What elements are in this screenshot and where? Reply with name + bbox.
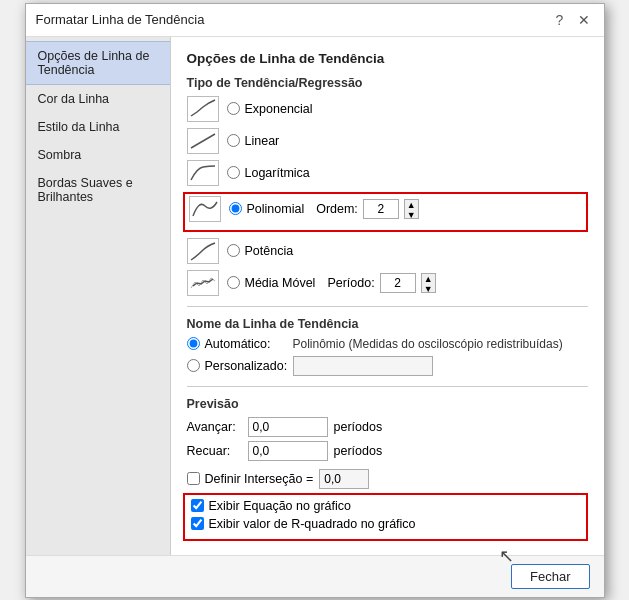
order-down[interactable]: ▼	[405, 210, 418, 220]
trend-icon-logaritmica	[187, 160, 219, 186]
help-button[interactable]: ?	[550, 10, 570, 30]
main-content: Opções de Linha de Tendência Tipo de Ten…	[171, 37, 604, 555]
name-section-title: Nome da Linha de Tendência	[187, 317, 588, 331]
avancar-label: Avançar:	[187, 420, 242, 434]
radio-custom-name[interactable]: Personalizado:	[187, 359, 288, 373]
trend-icon-media-movel	[187, 270, 219, 296]
trend-row-media-movel: Média Móvel Período: ▲ ▼	[187, 270, 588, 296]
divider-1	[187, 306, 588, 307]
name-section: Nome da Linha de Tendência Automático: P…	[187, 317, 588, 376]
previsao-title: Previsão	[187, 397, 588, 411]
radio-linear[interactable]: Linear	[227, 134, 280, 148]
trend-icon-potencia	[187, 238, 219, 264]
period-field: Período: ▲ ▼	[327, 273, 435, 293]
sidebar-item-bordas[interactable]: Bordas Suaves e Brilhantes	[26, 169, 170, 211]
close-button[interactable]: Fechar	[511, 564, 589, 589]
trend-row-polinomial-highlighted: Polinomial Ordem: ▲ ▼	[183, 192, 588, 232]
radio-polinomial[interactable]: Polinomial	[229, 202, 305, 216]
rsquared-label[interactable]: Exibir valor de R-quadrado no gráfico	[191, 517, 416, 531]
sidebar-item-sombra[interactable]: Sombra	[26, 141, 170, 169]
close-title-button[interactable]: ✕	[574, 10, 594, 30]
period-up[interactable]: ▲	[422, 274, 435, 284]
sidebar-item-cor[interactable]: Cor da Linha	[26, 85, 170, 113]
radio-auto-name[interactable]: Automático:	[187, 337, 287, 351]
dialog-title: Formatar Linha de Tendência	[36, 12, 205, 27]
trend-icon-exponencial	[187, 96, 219, 122]
sidebar: Opções de Linha de Tendência Cor da Linh…	[26, 37, 171, 555]
trend-icon-linear	[187, 128, 219, 154]
intersecao-row: Definir Interseção =	[187, 469, 588, 489]
recuar-unit: períodos	[334, 444, 383, 458]
sidebar-item-estilo[interactable]: Estilo da Linha	[26, 113, 170, 141]
auto-name-value: Polinômio (Medidas do osciloscópio redis…	[293, 337, 563, 351]
title-bar: Formatar Linha de Tendência ? ✕	[26, 4, 604, 37]
radio-input-polinomial[interactable]	[229, 202, 242, 215]
radio-exponencial[interactable]: Exponencial	[227, 102, 313, 116]
equacao-checkbox[interactable]	[191, 499, 204, 512]
trend-row-logaritmica: Logarítmica	[187, 160, 588, 186]
trend-icon-polinomial	[189, 196, 221, 222]
intersecao-checkbox-label[interactable]: Definir Interseção =	[187, 472, 314, 486]
recuar-input[interactable]	[248, 441, 328, 461]
equacao-row: Exibir Equação no gráfico	[191, 499, 580, 513]
custom-name-input[interactable]	[293, 356, 433, 376]
svg-line-0	[191, 134, 215, 148]
highlighted-checks: Exibir Equação no gráfico Exibir valor d…	[183, 493, 588, 541]
radio-input-linear[interactable]	[227, 134, 240, 147]
radio-input-exponencial[interactable]	[227, 102, 240, 115]
name-row-custom: Personalizado:	[187, 356, 588, 376]
recuar-label: Recuar:	[187, 444, 242, 458]
rsquared-checkbox[interactable]	[191, 517, 204, 530]
order-up[interactable]: ▲	[405, 200, 418, 210]
radio-input-auto[interactable]	[187, 337, 200, 350]
main-section-title: Opções de Linha de Tendência	[187, 51, 588, 66]
equacao-label[interactable]: Exibir Equação no gráfico	[191, 499, 351, 513]
dialog-footer: ↖ Fechar	[26, 555, 604, 597]
previsao-recuar-row: Recuar: períodos	[187, 441, 588, 461]
trend-row-exponencial: Exponencial	[187, 96, 588, 122]
period-spinner[interactable]: ▲ ▼	[421, 273, 436, 293]
trend-row-potencia: Potência	[187, 238, 588, 264]
intersecao-checkbox[interactable]	[187, 472, 200, 485]
order-field: Ordem: ▲ ▼	[316, 199, 419, 219]
radio-media-movel[interactable]: Média Móvel	[227, 276, 316, 290]
title-controls: ? ✕	[550, 10, 594, 30]
avancar-unit: períodos	[334, 420, 383, 434]
radio-input-potencia[interactable]	[227, 244, 240, 257]
radio-input-logaritmica[interactable]	[227, 166, 240, 179]
dialog-window: Formatar Linha de Tendência ? ✕ Opções d…	[25, 3, 605, 598]
order-input[interactable]	[363, 199, 399, 219]
radio-potencia[interactable]: Potência	[227, 244, 294, 258]
order-label: Ordem:	[316, 202, 358, 216]
period-down[interactable]: ▼	[422, 284, 435, 294]
intersecao-input[interactable]	[319, 469, 369, 489]
previsao-avancar-row: Avançar: períodos	[187, 417, 588, 437]
trend-row-linear: Linear	[187, 128, 588, 154]
order-spinner[interactable]: ▲ ▼	[404, 199, 419, 219]
radio-input-media-movel[interactable]	[227, 276, 240, 289]
radio-logaritmica[interactable]: Logarítmica	[227, 166, 310, 180]
rsquared-row: Exibir valor de R-quadrado no gráfico	[191, 517, 580, 531]
radio-input-custom[interactable]	[187, 359, 200, 372]
period-input[interactable]	[380, 273, 416, 293]
trend-row-polinomial: Polinomial Ordem: ▲ ▼	[189, 196, 582, 222]
divider-2	[187, 386, 588, 387]
period-label: Período:	[327, 276, 374, 290]
trend-options: Exponencial Linear	[187, 96, 588, 296]
sidebar-item-opcoes[interactable]: Opções de Linha de Tendência	[26, 41, 170, 85]
previsao-section: Previsão Avançar: períodos Recuar: perío…	[187, 397, 588, 461]
avancar-input[interactable]	[248, 417, 328, 437]
name-row-auto: Automático: Polinômio (Medidas do oscilo…	[187, 337, 588, 351]
dialog-body: Opções de Linha de Tendência Cor da Linh…	[26, 37, 604, 555]
trend-type-label: Tipo de Tendência/Regressão	[187, 76, 588, 90]
